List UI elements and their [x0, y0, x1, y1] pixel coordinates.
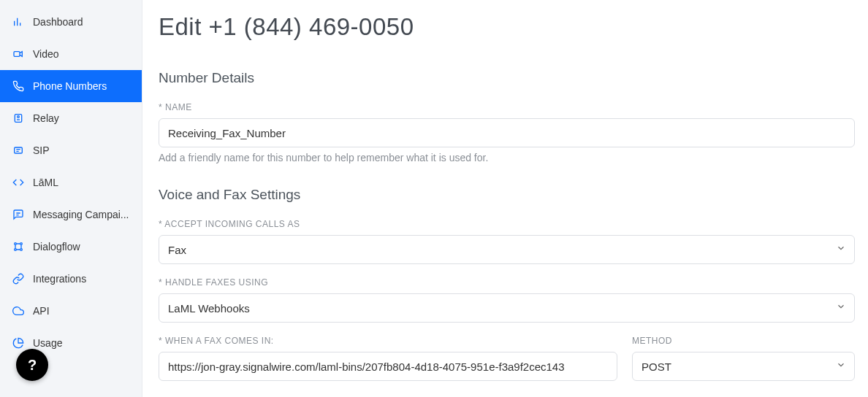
- field-fax-incoming-url: * WHEN A FAX COMES IN:: [159, 336, 617, 381]
- select-value: LaML Webhooks: [168, 302, 250, 315]
- select-value: POST: [642, 361, 671, 373]
- code-icon: [12, 177, 24, 188]
- name-input[interactable]: [159, 118, 855, 147]
- field-method: METHOD POST: [632, 336, 855, 381]
- sidebar-item-label: Dialogflow: [33, 241, 80, 253]
- video-icon: [12, 48, 24, 60]
- sidebar-item-label: Messaging Campai...: [33, 209, 129, 220]
- method-label: METHOD: [632, 336, 855, 346]
- sidebar-item-label: Usage: [33, 337, 62, 349]
- sidebar-item-label: Phone Numbers: [33, 80, 107, 92]
- sidebar-item-dialogflow[interactable]: Dialogflow: [0, 231, 142, 263]
- sidebar-item-label: Integrations: [33, 273, 86, 285]
- row-fax-incoming: * WHEN A FAX COMES IN: METHOD POST: [159, 336, 855, 394]
- method-select[interactable]: POST: [632, 352, 855, 381]
- section-voice-fax: Voice and Fax Settings * ACCEPT INCOMING…: [159, 187, 855, 394]
- sidebar-item-phone-numbers[interactable]: Phone Numbers: [0, 70, 142, 102]
- fax-incoming-label: * WHEN A FAX COMES IN:: [159, 336, 617, 346]
- sidebar-item-label: API: [33, 305, 50, 317]
- message-icon: [12, 209, 24, 220]
- handle-faxes-select[interactable]: LaML Webhooks: [159, 293, 855, 323]
- cloud-icon: [12, 305, 24, 317]
- sidebar-item-label: Dashboard: [33, 16, 83, 28]
- help-button[interactable]: ?: [16, 349, 48, 381]
- relay-icon: [12, 112, 24, 124]
- sidebar-item-messaging-campaigns[interactable]: Messaging Campai...: [0, 198, 142, 231]
- dialogflow-icon: [12, 241, 24, 253]
- handle-faxes-label: * HANDLE FAXES USING: [159, 277, 855, 288]
- select-value: Fax: [168, 244, 186, 256]
- sidebar-item-laml[interactable]: LāML: [0, 166, 142, 198]
- svg-point-7: [20, 249, 23, 251]
- svg-point-2: [18, 116, 20, 118]
- field-accept-incoming: * ACCEPT INCOMING CALLS AS Fax: [159, 219, 855, 264]
- svg-rect-0: [14, 52, 20, 57]
- sidebar: Dashboard Video Phone Numbers Relay SIP …: [0, 0, 142, 397]
- svg-point-4: [15, 243, 17, 245]
- question-icon: ?: [28, 357, 37, 374]
- accept-incoming-label: * ACCEPT INCOMING CALLS AS: [159, 219, 855, 229]
- sip-icon: [12, 144, 24, 156]
- main-content: Edit +1 (844) 469-0050 Number Details * …: [142, 0, 868, 397]
- sidebar-item-label: LāML: [33, 177, 58, 188]
- field-name: * NAME Add a friendly name for this numb…: [159, 102, 855, 163]
- sidebar-item-api[interactable]: API: [0, 295, 142, 327]
- pie-icon: [12, 337, 24, 349]
- name-label: * NAME: [159, 102, 855, 112]
- svg-point-5: [20, 243, 23, 245]
- sidebar-item-label: Relay: [33, 112, 59, 124]
- sidebar-item-label: SIP: [33, 144, 50, 156]
- phone-icon: [12, 80, 24, 92]
- section-heading: Number Details: [159, 70, 855, 86]
- sidebar-item-label: Video: [33, 48, 59, 60]
- page-title: Edit +1 (844) 469-0050: [159, 13, 855, 41]
- accept-incoming-select[interactable]: Fax: [159, 235, 855, 264]
- section-number-details: Number Details * NAME Add a friendly nam…: [159, 70, 855, 163]
- sidebar-item-video[interactable]: Video: [0, 38, 142, 70]
- svg-point-6: [15, 249, 17, 251]
- chart-bar-icon: [12, 16, 24, 28]
- link-icon: [12, 273, 24, 285]
- sidebar-item-relay[interactable]: Relay: [0, 102, 142, 134]
- svg-rect-3: [15, 147, 23, 153]
- sidebar-item-dashboard[interactable]: Dashboard: [0, 6, 142, 38]
- name-help-text: Add a friendly name for this number to h…: [159, 152, 855, 163]
- sidebar-item-integrations[interactable]: Integrations: [0, 263, 142, 295]
- fax-incoming-input[interactable]: [159, 352, 617, 381]
- field-handle-faxes: * HANDLE FAXES USING LaML Webhooks: [159, 277, 855, 323]
- sidebar-item-sip[interactable]: SIP: [0, 134, 142, 166]
- section-heading: Voice and Fax Settings: [159, 187, 855, 203]
